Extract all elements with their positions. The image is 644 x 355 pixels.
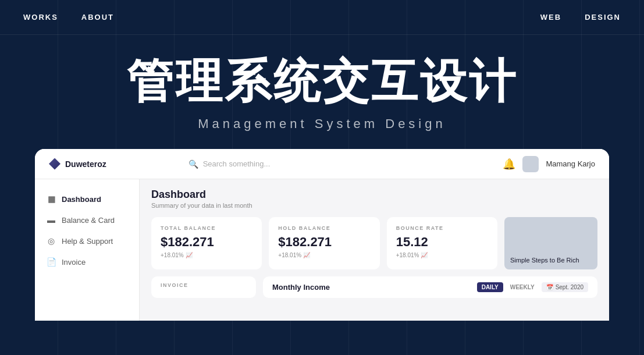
- sidebar-item-help-support[interactable]: ◎ Help & Support: [35, 230, 139, 251]
- nav-web[interactable]: WEB: [540, 13, 561, 22]
- main-content: Dashboard Summary of your data in last m…: [140, 179, 609, 321]
- page-title: Dashboard: [151, 189, 597, 201]
- hold-balance-change: +18.01% 📈: [278, 252, 370, 258]
- bounce-rate-card: BOUNCE RATE 15.12 +18.01% 📈: [387, 217, 497, 269]
- sidebar-label-help: Help & Support: [62, 237, 113, 246]
- stats-row: TOTAL BALANCE $182.271 +18.01% 📈 HOLD BA…: [151, 217, 597, 269]
- monthly-income-header: Monthly Income DAILY WEEKLY 📅 Sept. 2020: [272, 282, 588, 292]
- search-placeholder: Search something...: [203, 159, 271, 168]
- logo: Duweteroz: [49, 158, 106, 170]
- sidebar-label-balance: Balance & Card: [62, 216, 115, 225]
- page-subtitle: Summary of your data in last month: [151, 202, 597, 209]
- monthly-income-label: Monthly Income: [272, 283, 330, 292]
- sidebar: ▦ Dashboard ▬ Balance & Card ◎ Help & Su…: [35, 179, 140, 321]
- calendar-icon: 📅: [546, 284, 553, 290]
- invoice-icon: 📄: [47, 257, 56, 267]
- total-balance-change: +18.01% 📈: [161, 252, 252, 258]
- bounce-rate-label: BOUNCE RATE: [396, 225, 488, 231]
- balance-card-icon: ▬: [47, 215, 56, 225]
- invoice-label: INVOICE: [161, 282, 247, 288]
- search-icon: 🔍: [188, 159, 198, 169]
- sidebar-item-balance-card[interactable]: ▬ Balance & Card: [35, 210, 139, 230]
- hold-balance-label: HOLD BALANCE: [278, 225, 370, 231]
- logo-text: Duweteroz: [65, 159, 106, 169]
- bounce-rate-change: +18.01% 📈: [396, 252, 488, 258]
- bounce-rate-value: 15.12: [396, 235, 488, 250]
- dashboard-icon: ▦: [47, 194, 56, 204]
- logo-icon: [49, 158, 61, 170]
- bottom-row: INVOICE Monthly Income DAILY WEEKLY 📅 Se…: [151, 276, 597, 298]
- dashboard-card: Duweteroz 🔍 Search something... 🔔 Mamang…: [35, 149, 609, 321]
- thumbnail-card: Simple Steps to Be Rich: [504, 217, 597, 269]
- thumbnail-text: Simple Steps to Be Rich: [510, 257, 579, 264]
- hero-title-en: Management System Design: [0, 116, 644, 132]
- dashboard-header-bar: Duweteroz 🔍 Search something... 🔔 Mamang…: [35, 149, 609, 179]
- tab-weekly[interactable]: WEEKLY: [506, 282, 539, 292]
- user-name: Mamang Karjo: [546, 159, 595, 168]
- user-info: 🔔 Mamang Karjo: [503, 156, 595, 172]
- nav-about[interactable]: ABOUT: [81, 13, 114, 22]
- hold-balance-value: $182.271: [278, 235, 370, 250]
- hero-title-zh: 管理系统交互设计: [0, 58, 644, 105]
- invoice-card: INVOICE: [151, 276, 256, 298]
- nav-works[interactable]: WORKS: [23, 13, 58, 22]
- total-balance-value: $182.271: [161, 235, 252, 250]
- tab-daily[interactable]: DAILY: [477, 282, 503, 292]
- chart-tabs: DAILY WEEKLY 📅 Sept. 2020: [477, 282, 588, 292]
- sidebar-label-dashboard: Dashboard: [62, 195, 101, 204]
- nav-right: WEB DESIGN: [540, 13, 621, 22]
- search-bar[interactable]: 🔍 Search something...: [188, 159, 421, 169]
- sidebar-label-invoice: Invoice: [62, 258, 86, 267]
- hero-section: 管理系统交互设计 Management System Design: [0, 35, 644, 149]
- bell-icon[interactable]: 🔔: [503, 158, 515, 171]
- date-chip[interactable]: 📅 Sept. 2020: [542, 282, 588, 292]
- sidebar-item-dashboard[interactable]: ▦ Dashboard: [35, 189, 139, 210]
- total-balance-card: TOTAL BALANCE $182.271 +18.01% 📈: [151, 217, 262, 269]
- user-avatar: [522, 156, 539, 172]
- nav-design[interactable]: DESIGN: [585, 13, 621, 22]
- hold-balance-card: HOLD BALANCE $182.271 +18.01% 📈: [269, 217, 379, 269]
- monthly-income-card: Monthly Income DAILY WEEKLY 📅 Sept. 2020: [263, 276, 597, 298]
- date-chip-text: Sept. 2020: [556, 284, 583, 290]
- help-icon: ◎: [47, 236, 56, 246]
- dashboard-body: ▦ Dashboard ▬ Balance & Card ◎ Help & Su…: [35, 179, 609, 321]
- nav-left: WORKS ABOUT: [23, 13, 114, 22]
- sidebar-item-invoice[interactable]: 📄 Invoice: [35, 251, 139, 272]
- total-balance-label: TOTAL BALANCE: [161, 225, 252, 231]
